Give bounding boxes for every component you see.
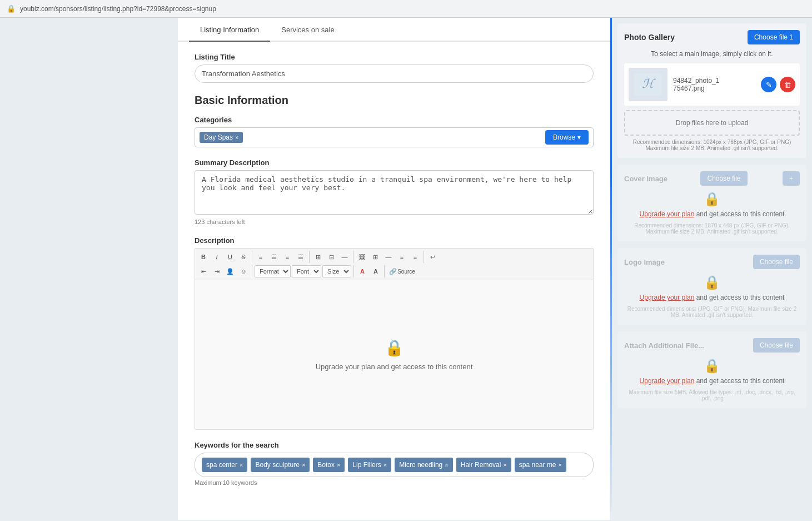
logo-image-header: Logo Image Choose file bbox=[624, 255, 800, 269]
logo-upgrade-message: Upgrade your plan and get access to this… bbox=[624, 292, 800, 302]
chars-left: 123 characters left bbox=[195, 219, 594, 225]
remove-body-sculpture[interactable]: × bbox=[302, 462, 305, 468]
keywords-label: Keywords for the search bbox=[195, 441, 594, 449]
toolbar-sep-2 bbox=[309, 251, 310, 263]
toolbar-image[interactable]: 🖼 bbox=[356, 251, 368, 263]
toolbar-paste[interactable]: — bbox=[338, 251, 351, 263]
listing-title-group: Listing Title bbox=[195, 53, 594, 83]
photo-actions: ✎ 🗑 bbox=[761, 77, 795, 92]
toolbar-hr[interactable]: — bbox=[382, 251, 395, 263]
tabs-bar: Listing Information Services on sale bbox=[178, 18, 610, 42]
logo-lock-icon: 🔒 bbox=[624, 275, 800, 290]
cover-upgrade-link[interactable]: Upgrade your plan bbox=[640, 210, 695, 218]
toolbar-row-2: ⇤ ⇥ 👤 ☺ Format Font bbox=[197, 265, 412, 277]
logo-image-note: Recommended dimensions: (JPG, GIF or PNG… bbox=[624, 306, 800, 318]
remove-micro-needling[interactable]: × bbox=[445, 462, 448, 468]
summary-desc-label: Summary Description bbox=[195, 158, 594, 167]
max-keywords-note: Maximum 10 keywords bbox=[195, 479, 594, 486]
keyword-body-sculpture: Body sculpture × bbox=[251, 458, 310, 472]
remove-dayspas-tag[interactable]: × bbox=[235, 134, 238, 141]
toolbar-ordered-list[interactable]: ≡ bbox=[409, 251, 421, 263]
address-bar: 🔒 youbiz.com/sponsors/listing/listing.ph… bbox=[0, 0, 812, 18]
photo-thumbnail: ℋ bbox=[629, 68, 667, 101]
remove-spa-near-me[interactable]: × bbox=[559, 462, 562, 468]
keywords-input[interactable]: spa center × Body sculpture × Botox × Li… bbox=[195, 453, 594, 477]
right-sidebar: Photo Gallery Choose file 1 To select a … bbox=[612, 18, 812, 520]
toolbar-align-center[interactable]: ☰ bbox=[268, 251, 280, 263]
photo-gallery-panel: Photo Gallery Choose file 1 To select a … bbox=[617, 23, 806, 158]
toolbar-row-1: B I U S ≡ ☰ ≡ ☰ ⊞ ⊟ — bbox=[197, 251, 439, 263]
drop-zone[interactable]: Drop files here to upload bbox=[624, 110, 800, 136]
toolbar-strike[interactable]: S bbox=[237, 251, 250, 263]
attach-file-note: Maximum file size 5MB. Allowed file type… bbox=[624, 389, 800, 401]
format-select[interactable]: Format bbox=[255, 265, 291, 277]
size-select[interactable]: Size bbox=[322, 265, 351, 277]
toolbar-color-a[interactable]: A bbox=[356, 265, 368, 277]
toolbar-sep-4 bbox=[424, 251, 424, 263]
categories-group: Categories Day Spas × Browse ▾ bbox=[195, 116, 594, 147]
basic-info-title: Basic Information bbox=[195, 94, 594, 107]
remove-lip-fillers[interactable]: × bbox=[383, 462, 387, 468]
toolbar-sep-1 bbox=[252, 251, 252, 263]
toolbar-table[interactable]: ⊞ bbox=[369, 251, 381, 263]
desc-toolbar: B I U S ≡ ☰ ≡ ☰ ⊞ ⊟ — bbox=[195, 248, 594, 280]
toolbar-bg-color[interactable]: A bbox=[370, 265, 382, 277]
remove-botox[interactable]: × bbox=[337, 462, 340, 468]
choose-file-button[interactable]: Choose file 1 bbox=[748, 30, 800, 44]
font-select[interactable]: Font bbox=[292, 265, 321, 277]
categories-input[interactable]: Day Spas × Browse ▾ bbox=[195, 127, 594, 147]
toolbar-align-right[interactable]: ≡ bbox=[281, 251, 293, 263]
logo-upgrade-link[interactable]: Upgrade your plan bbox=[640, 294, 695, 301]
form-area: Listing Title Basic Information Categori… bbox=[178, 42, 610, 508]
attach-choose-file-button: Choose file bbox=[753, 338, 800, 353]
toolbar-underline[interactable]: U bbox=[224, 251, 236, 263]
toolbar-bold[interactable]: B bbox=[197, 251, 210, 263]
cover-choose-file-button: Choose file bbox=[700, 171, 747, 186]
attach-upgrade-link[interactable]: Upgrade your plan bbox=[640, 377, 695, 385]
toolbar-indent-more[interactable]: ⇥ bbox=[211, 265, 223, 277]
photo-gallery-header: Photo Gallery Choose file 1 bbox=[624, 30, 800, 44]
logo-image-title: Logo Image bbox=[624, 258, 665, 266]
toolbar-align-left[interactable]: ≡ bbox=[255, 251, 267, 263]
logo-choose-file-button: Choose file bbox=[753, 255, 800, 269]
listing-title-input[interactable] bbox=[195, 64, 594, 83]
keyword-botox: Botox × bbox=[313, 458, 345, 472]
browse-button[interactable]: Browse ▾ bbox=[545, 130, 589, 145]
tab-services-on-sale[interactable]: Services on sale bbox=[270, 18, 345, 42]
attach-file-title: Attach Additional File... bbox=[624, 341, 704, 350]
attach-file-panel: Attach Additional File... Choose file 🔒 … bbox=[617, 331, 806, 408]
toolbar-copy[interactable]: ⊞ bbox=[312, 251, 324, 263]
remove-hair-removal[interactable]: × bbox=[503, 462, 506, 468]
toolbar-indent-less[interactable]: ⇤ bbox=[197, 265, 210, 277]
toolbar-undo[interactable]: ↩ bbox=[426, 251, 439, 263]
keyword-spa-near-me: spa near me × bbox=[515, 458, 566, 472]
photo-item: ℋ 94842_photo_175467.png ✎ 🗑 bbox=[624, 63, 800, 106]
cover-image-header: Cover Image Choose file + bbox=[624, 171, 800, 186]
photo-delete-button[interactable]: 🗑 bbox=[780, 77, 795, 92]
toolbar-justify[interactable]: ☰ bbox=[295, 251, 307, 263]
keywords-group: Keywords for the search spa center × Bod… bbox=[195, 441, 594, 486]
toolbar-source[interactable]: Source bbox=[400, 265, 412, 277]
listing-title-label: Listing Title bbox=[195, 53, 594, 61]
toolbar-unordered-list[interactable]: ≡ bbox=[396, 251, 408, 263]
left-sidebar bbox=[0, 18, 178, 520]
photo-gallery-title: Photo Gallery bbox=[624, 33, 675, 42]
toolbar-cut[interactable]: ⊟ bbox=[325, 251, 337, 263]
keyword-micro-needling: Micro needling × bbox=[395, 458, 452, 472]
attach-lock-icon: 🔒 bbox=[624, 358, 800, 374]
logo-image-panel: Logo Image Choose file 🔒 Upgrade your pl… bbox=[617, 248, 806, 325]
toolbar-smiley[interactable]: ☺ bbox=[237, 265, 250, 277]
keyword-spa-center: spa center × bbox=[202, 458, 247, 472]
summary-desc-input[interactable]: A Florida medical aesthetics studio in a… bbox=[195, 170, 594, 215]
toolbar-italic[interactable]: I bbox=[211, 251, 223, 263]
cover-upgrade-message: Upgrade your plan and get access to this… bbox=[624, 209, 800, 219]
categories-label: Categories bbox=[195, 116, 594, 124]
tab-listing-information[interactable]: Listing Information bbox=[189, 18, 270, 42]
main-content: Listing Information Services on sale Lis… bbox=[178, 18, 610, 520]
description-upgrade-text: Upgrade your plan and get access to this… bbox=[316, 363, 473, 371]
photo-edit-button[interactable]: ✎ bbox=[761, 77, 776, 92]
remove-spa-center[interactable]: × bbox=[240, 462, 243, 468]
description-group: Description B I U S ≡ ☰ ≡ ☰ bbox=[195, 236, 594, 430]
toolbar-person[interactable]: 👤 bbox=[224, 265, 236, 277]
keyword-hair-removal: Hair Removal × bbox=[456, 458, 511, 472]
